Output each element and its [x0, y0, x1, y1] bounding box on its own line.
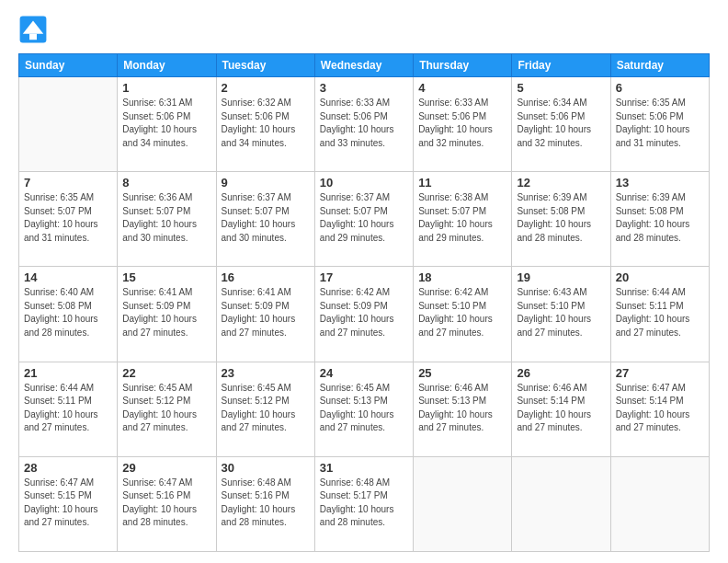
day-number: 18 — [418, 270, 506, 284]
svg-rect-2 — [29, 34, 37, 40]
day-number: 24 — [320, 366, 408, 380]
day-number: 5 — [517, 81, 605, 95]
day-number: 25 — [418, 366, 506, 380]
day-number: 9 — [222, 176, 310, 190]
day-info: Sunrise: 6:39 AM Sunset: 5:08 PM Dayligh… — [616, 191, 704, 245]
calendar-table: SundayMondayTuesdayWednesdayThursdayFrid… — [18, 53, 710, 552]
calendar-cell: 13Sunrise: 6:39 AM Sunset: 5:08 PM Dayli… — [610, 172, 709, 267]
day-number: 28 — [24, 461, 112, 475]
calendar-cell: 6Sunrise: 6:35 AM Sunset: 5:06 PM Daylig… — [610, 77, 709, 172]
day-info: Sunrise: 6:39 AM Sunset: 5:08 PM Dayligh… — [517, 191, 605, 245]
day-info: Sunrise: 6:33 AM Sunset: 5:06 PM Dayligh… — [418, 97, 506, 150]
calendar-cell: 24Sunrise: 6:45 AM Sunset: 5:13 PM Dayli… — [314, 362, 413, 456]
calendar-cell — [610, 456, 709, 551]
day-info: Sunrise: 6:44 AM Sunset: 5:11 PM Dayligh… — [616, 286, 704, 339]
calendar-cell: 14Sunrise: 6:40 AM Sunset: 5:08 PM Dayli… — [19, 267, 118, 362]
day-number: 14 — [24, 270, 112, 284]
calendar-cell: 12Sunrise: 6:39 AM Sunset: 5:08 PM Dayli… — [512, 172, 610, 267]
day-number: 22 — [122, 366, 210, 380]
calendar-cell: 15Sunrise: 6:41 AM Sunset: 5:09 PM Dayli… — [118, 267, 216, 362]
day-number: 30 — [222, 461, 310, 475]
calendar-cell: 29Sunrise: 6:47 AM Sunset: 5:16 PM Dayli… — [118, 456, 216, 551]
day-number: 26 — [517, 366, 605, 380]
day-number: 12 — [517, 176, 605, 190]
day-info: Sunrise: 6:48 AM Sunset: 5:16 PM Dayligh… — [222, 477, 310, 530]
day-info: Sunrise: 6:33 AM Sunset: 5:06 PM Dayligh… — [320, 97, 408, 150]
day-number: 21 — [24, 366, 112, 380]
calendar-cell: 8Sunrise: 6:36 AM Sunset: 5:07 PM Daylig… — [118, 172, 216, 267]
weekday-header-wednesday: Wednesday — [314, 54, 413, 77]
calendar-week-row: 1Sunrise: 6:31 AM Sunset: 5:06 PM Daylig… — [19, 77, 710, 172]
calendar-cell: 11Sunrise: 6:38 AM Sunset: 5:07 PM Dayli… — [414, 172, 512, 267]
calendar-cell: 16Sunrise: 6:41 AM Sunset: 5:09 PM Dayli… — [216, 267, 314, 362]
calendar-cell: 4Sunrise: 6:33 AM Sunset: 5:06 PM Daylig… — [414, 77, 512, 172]
day-info: Sunrise: 6:46 AM Sunset: 5:13 PM Dayligh… — [418, 382, 506, 435]
day-number: 4 — [418, 81, 506, 95]
day-info: Sunrise: 6:41 AM Sunset: 5:09 PM Dayligh… — [222, 286, 310, 339]
day-number: 1 — [122, 81, 210, 95]
calendar-cell: 17Sunrise: 6:42 AM Sunset: 5:09 PM Dayli… — [314, 267, 413, 362]
calendar-cell: 7Sunrise: 6:35 AM Sunset: 5:07 PM Daylig… — [19, 172, 118, 267]
day-info: Sunrise: 6:36 AM Sunset: 5:07 PM Dayligh… — [122, 191, 210, 245]
calendar-cell: 28Sunrise: 6:47 AM Sunset: 5:15 PM Dayli… — [19, 456, 118, 551]
calendar-cell: 2Sunrise: 6:32 AM Sunset: 5:06 PM Daylig… — [216, 77, 314, 172]
day-number: 27 — [616, 366, 704, 380]
day-number: 6 — [616, 81, 704, 95]
weekday-header-friday: Friday — [512, 54, 610, 77]
weekday-header-thursday: Thursday — [414, 54, 512, 77]
calendar-cell: 9Sunrise: 6:37 AM Sunset: 5:07 PM Daylig… — [216, 172, 314, 267]
day-info: Sunrise: 6:35 AM Sunset: 5:06 PM Dayligh… — [616, 97, 704, 150]
logo — [18, 15, 53, 44]
day-info: Sunrise: 6:46 AM Sunset: 5:14 PM Dayligh… — [517, 382, 605, 435]
day-info: Sunrise: 6:45 AM Sunset: 5:12 PM Dayligh… — [122, 382, 210, 435]
day-number: 7 — [24, 176, 112, 190]
calendar-cell — [19, 77, 118, 172]
calendar-week-row: 14Sunrise: 6:40 AM Sunset: 5:08 PM Dayli… — [19, 267, 710, 362]
day-info: Sunrise: 6:40 AM Sunset: 5:08 PM Dayligh… — [24, 286, 112, 339]
calendar-cell — [512, 456, 610, 551]
day-number: 2 — [222, 81, 310, 95]
calendar-week-row: 28Sunrise: 6:47 AM Sunset: 5:15 PM Dayli… — [19, 456, 710, 551]
day-info: Sunrise: 6:42 AM Sunset: 5:09 PM Dayligh… — [320, 286, 408, 339]
day-info: Sunrise: 6:31 AM Sunset: 5:06 PM Dayligh… — [122, 97, 210, 150]
weekday-header-saturday: Saturday — [610, 54, 709, 77]
day-number: 19 — [517, 270, 605, 284]
day-number: 11 — [418, 176, 506, 190]
day-info: Sunrise: 6:41 AM Sunset: 5:09 PM Dayligh… — [122, 286, 210, 339]
day-info: Sunrise: 6:34 AM Sunset: 5:06 PM Dayligh… — [517, 97, 605, 150]
day-number: 8 — [122, 176, 210, 190]
calendar-cell: 30Sunrise: 6:48 AM Sunset: 5:16 PM Dayli… — [216, 456, 314, 551]
weekday-header-monday: Monday — [118, 54, 216, 77]
logo-icon — [18, 15, 48, 44]
calendar-cell: 31Sunrise: 6:48 AM Sunset: 5:17 PM Dayli… — [314, 456, 413, 551]
day-number: 3 — [320, 81, 408, 95]
day-info: Sunrise: 6:37 AM Sunset: 5:07 PM Dayligh… — [320, 191, 408, 245]
calendar-cell: 25Sunrise: 6:46 AM Sunset: 5:13 PM Dayli… — [414, 362, 512, 456]
day-info: Sunrise: 6:44 AM Sunset: 5:11 PM Dayligh… — [24, 382, 112, 435]
day-info: Sunrise: 6:47 AM Sunset: 5:16 PM Dayligh… — [122, 477, 210, 530]
day-number: 16 — [222, 270, 310, 284]
calendar-cell: 19Sunrise: 6:43 AM Sunset: 5:10 PM Dayli… — [512, 267, 610, 362]
calendar-cell — [414, 456, 512, 551]
day-number: 20 — [616, 270, 704, 284]
calendar-week-row: 21Sunrise: 6:44 AM Sunset: 5:11 PM Dayli… — [19, 362, 710, 456]
calendar-cell: 10Sunrise: 6:37 AM Sunset: 5:07 PM Dayli… — [314, 172, 413, 267]
page: SundayMondayTuesdayWednesdayThursdayFrid… — [0, 0, 728, 563]
day-info: Sunrise: 6:42 AM Sunset: 5:10 PM Dayligh… — [418, 286, 506, 339]
day-info: Sunrise: 6:47 AM Sunset: 5:14 PM Dayligh… — [616, 382, 704, 435]
calendar-cell: 27Sunrise: 6:47 AM Sunset: 5:14 PM Dayli… — [610, 362, 709, 456]
day-number: 29 — [122, 461, 210, 475]
calendar-cell: 1Sunrise: 6:31 AM Sunset: 5:06 PM Daylig… — [118, 77, 216, 172]
day-number: 10 — [320, 176, 408, 190]
day-number: 13 — [616, 176, 704, 190]
header — [18, 15, 710, 44]
weekday-header-tuesday: Tuesday — [216, 54, 314, 77]
day-info: Sunrise: 6:37 AM Sunset: 5:07 PM Dayligh… — [222, 191, 310, 245]
calendar-cell: 23Sunrise: 6:45 AM Sunset: 5:12 PM Dayli… — [216, 362, 314, 456]
calendar-week-row: 7Sunrise: 6:35 AM Sunset: 5:07 PM Daylig… — [19, 172, 710, 267]
calendar-cell: 22Sunrise: 6:45 AM Sunset: 5:12 PM Dayli… — [118, 362, 216, 456]
weekday-header-sunday: Sunday — [19, 54, 118, 77]
day-info: Sunrise: 6:35 AM Sunset: 5:07 PM Dayligh… — [24, 191, 112, 245]
day-number: 31 — [320, 461, 408, 475]
day-info: Sunrise: 6:43 AM Sunset: 5:10 PM Dayligh… — [517, 286, 605, 339]
